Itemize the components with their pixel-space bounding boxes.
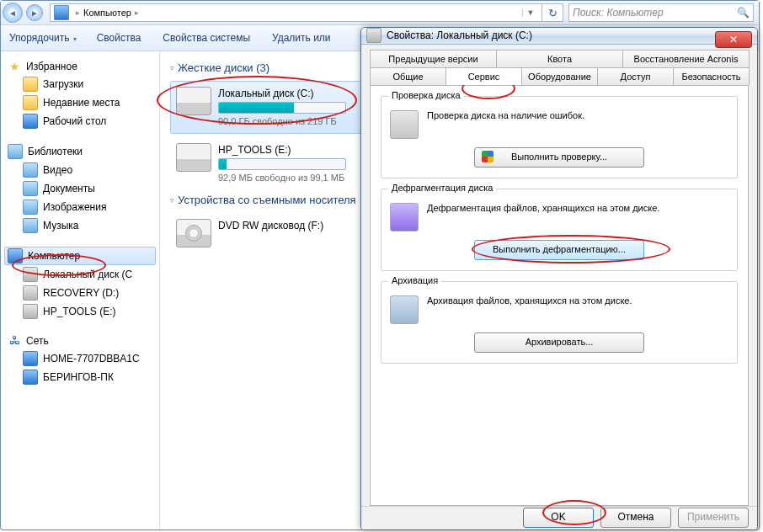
tab-tools[interactable]: Сервис [446, 67, 522, 85]
document-icon [23, 181, 38, 196]
sidebar-item-label: Загрузки [43, 78, 83, 90]
section-title: Устройства со съемными носителя [178, 194, 356, 206]
drive-icon [176, 87, 211, 115]
tab-previous-versions[interactable]: Предыдущие версии [370, 50, 497, 67]
sidebar-item-downloads[interactable]: Загрузки [4, 75, 156, 93]
sidebar-item-music[interactable]: Музыка [4, 216, 156, 235]
system-properties-button[interactable]: Свойства системы [163, 32, 252, 44]
breadcrumb[interactable]: Компьютер [83, 8, 131, 18]
tab-sharing[interactable]: Доступ [597, 67, 674, 85]
sidebar-item-network-pc[interactable]: БЕРИНГОВ-ПК [4, 368, 156, 386]
sidebar: ★Избранное Загрузки Недавние места Рабоч… [1, 51, 160, 529]
close-icon: ✕ [729, 34, 738, 45]
address-bar: ◄ ► ▸ Компьютер ▸ ▼ ↻ Поиск: Компьютер 🔍 [1, 1, 759, 25]
sidebar-item-recent[interactable]: Недавние места [4, 93, 156, 112]
tab-hardware[interactable]: Оборудование [521, 67, 598, 85]
tab-panel-tools: Проверка диска Проверка диска на наличие… [370, 85, 749, 506]
sidebar-item-label: HP_TOOLS (E:) [43, 306, 115, 317]
sidebar-item-videos[interactable]: Видео [4, 161, 156, 179]
group-defrag: Дефрагментация диска Дефрагментация файл… [381, 189, 738, 271]
sidebar-libraries[interactable]: Библиотеки [4, 142, 156, 161]
sidebar-item-label: Видео [43, 164, 72, 176]
back-button[interactable]: ◄ [3, 3, 23, 23]
drive-name: DVD RW дисковод (F:) [218, 219, 323, 232]
collapse-icon: ▿ [170, 64, 174, 72]
sidebar-item-label: Библиотеки [28, 146, 83, 157]
group-text: Архивация файлов, хранящихся на этом дис… [427, 295, 728, 306]
folder-icon [23, 77, 38, 92]
backup-icon [390, 295, 419, 324]
sidebar-item-label: Локальный диск (C [43, 269, 132, 280]
group-check-disk: Проверка диска Проверка диска на наличие… [381, 96, 738, 178]
drive-name: Локальный диск (C:) [218, 87, 346, 100]
drive-icon [366, 28, 382, 43]
defrag-icon [390, 203, 419, 231]
desktop-icon [23, 114, 38, 129]
chevron-down-icon[interactable]: ▼ [522, 8, 538, 17]
tab-acronis[interactable]: Восстановление Acronis [622, 50, 750, 67]
group-text: Проверка диска на наличие ошибок. [427, 110, 728, 120]
collapse-icon: ▿ [170, 196, 174, 205]
defrag-button[interactable]: Выполнить дефрагментацию... [474, 240, 644, 260]
sidebar-favorites[interactable]: ★Избранное [4, 58, 156, 75]
sidebar-item-label: RECOVERY (D:) [43, 287, 119, 299]
sidebar-item-label: Избранное [26, 61, 77, 72]
computer-icon [8, 248, 23, 263]
sidebar-item-drive-c[interactable]: Локальный диск (C [4, 265, 156, 284]
sidebar-item-drive-d[interactable]: RECOVERY (D:) [4, 284, 156, 302]
tab-quota[interactable]: Квота [496, 50, 623, 67]
forward-button[interactable]: ► [26, 4, 43, 21]
sidebar-item-label: Компьютер [28, 250, 80, 262]
sidebar-item-label: Недавние места [43, 97, 120, 109]
capacity-bar [218, 102, 346, 114]
group-legend: Проверка диска [388, 90, 464, 100]
dvd-icon [176, 219, 211, 247]
pc-icon [23, 351, 38, 366]
apply-button[interactable]: Применить [678, 508, 749, 528]
breadcrumb-sep-icon: ▸ [135, 8, 139, 17]
ok-button[interactable]: OK [523, 508, 594, 528]
drive-icon [23, 267, 38, 282]
picture-icon [23, 200, 38, 215]
folder-icon [23, 95, 38, 110]
group-backup: Архивация Архивация файлов, хранящихся н… [381, 281, 738, 364]
tab-security[interactable]: Безопасность [673, 67, 750, 85]
drive-name: HP_TOOLS (E:) [218, 143, 346, 157]
sidebar-computer[interactable]: Компьютер [4, 247, 156, 265]
sidebar-item-label: Рабочий стол [43, 115, 106, 127]
sidebar-item-drive-e[interactable]: HP_TOOLS (E:) [4, 302, 156, 321]
check-disk-icon [390, 110, 419, 139]
tab-general[interactable]: Общие [370, 67, 446, 85]
refresh-button[interactable]: ↻ [542, 3, 563, 22]
address-box[interactable]: ▸ Компьютер ▸ ▼ [50, 3, 542, 22]
sidebar-item-documents[interactable]: Документы [4, 179, 156, 198]
sidebar-item-desktop[interactable]: Рабочий стол [4, 112, 156, 130]
check-now-button[interactable]: Выполнить проверку... [474, 147, 644, 168]
sidebar-item-network-pc[interactable]: HOME-7707DBBA1C [4, 349, 156, 368]
drive-free: 90,0 ГБ свободно из 219 ГБ [218, 115, 346, 128]
section-title: Жесткие диски (3) [178, 61, 269, 74]
video-icon [23, 162, 38, 178]
drive-icon [23, 304, 38, 319]
computer-icon [54, 5, 69, 20]
organize-menu[interactable]: Упорядочить [9, 32, 77, 44]
group-legend: Дефрагментация диска [388, 183, 496, 193]
star-icon: ★ [8, 60, 21, 73]
search-input[interactable]: Поиск: Компьютер 🔍 [568, 3, 754, 22]
sidebar-network[interactable]: 🖧Сеть [4, 332, 156, 349]
sidebar-item-pictures[interactable]: Изображения [4, 198, 156, 216]
music-icon [23, 218, 38, 233]
group-legend: Архивация [388, 275, 441, 285]
sidebar-item-label: Музыка [43, 220, 78, 231]
group-text: Дефрагментация файлов, хранящихся на это… [427, 203, 728, 213]
search-placeholder: Поиск: Компьютер [573, 7, 664, 19]
sidebar-item-label: Сеть [26, 335, 49, 347]
cancel-button[interactable]: Отмена [600, 508, 671, 528]
sidebar-item-label: БЕРИНГОВ-ПК [43, 371, 114, 383]
properties-button[interactable]: Свойства [97, 32, 143, 44]
dialog-titlebar[interactable]: Свойства: Локальный диск (C:) ✕ [361, 28, 757, 45]
backup-button[interactable]: Архивировать... [474, 332, 644, 353]
capacity-bar [218, 158, 346, 170]
dialog-footer: OK Отмена Применить [361, 506, 757, 529]
uninstall-button[interactable]: Удалить или [272, 32, 333, 44]
